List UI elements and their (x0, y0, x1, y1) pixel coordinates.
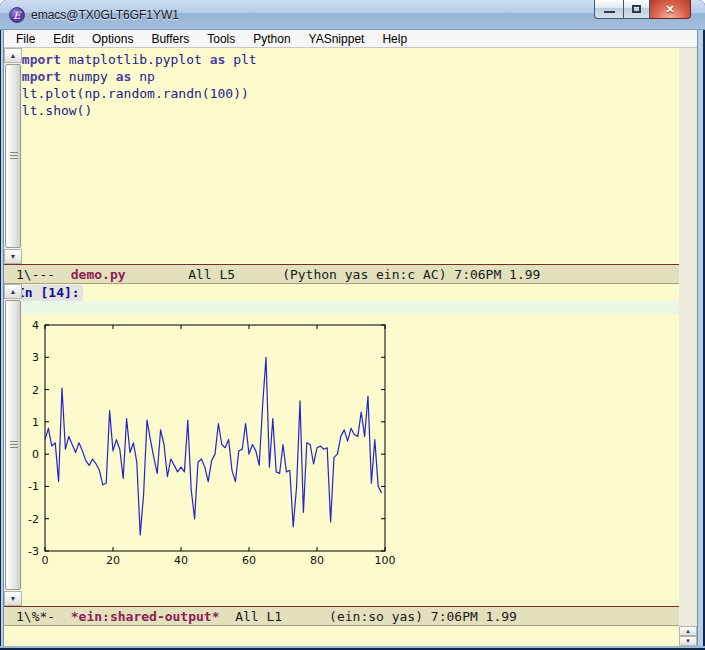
editor-pane-demo-py[interactable]: import matplotlib.pyplot as pltimport nu… (4, 48, 679, 264)
svg-text:1: 1 (32, 416, 39, 429)
close-icon: ✕ (665, 3, 674, 16)
svg-text:-3: -3 (28, 545, 39, 558)
menu-file[interactable]: File (14, 31, 37, 47)
scroll-down-icon[interactable]: ▼ (4, 591, 22, 606)
thumb-grip-icon (10, 152, 18, 159)
caption-buttons: ✕ (594, 0, 691, 19)
svg-text:3: 3 (32, 351, 39, 364)
scrollbar-thumb[interactable] (5, 64, 21, 248)
modeline1-status: All L5 (Python yas ein:c AC) 7:06PM 1.99 (126, 267, 541, 282)
menubar: File Edit Options Buffers Tools Python Y… (1, 30, 704, 48)
scroll-down-icon[interactable]: ▼ (679, 636, 697, 646)
minibuffer[interactable] (4, 626, 679, 646)
modeline2-buffer-name[interactable]: *ein:shared-output* (71, 609, 220, 624)
emacs-icon: E (9, 7, 25, 23)
menu-python[interactable]: Python (251, 31, 292, 47)
matplotlib-figure: 020406080100-3-2-101234 (8, 314, 438, 574)
svg-text:80: 80 (310, 554, 324, 567)
scroll-down-icon[interactable]: ▼ (4, 249, 22, 264)
code-lines: import matplotlib.pyplot as pltimport nu… (14, 51, 257, 119)
menu-options[interactable]: Options (90, 31, 135, 47)
window-frame-right (697, 30, 705, 646)
svg-text:2: 2 (32, 384, 39, 397)
minibuffer-scrollbar[interactable]: ▲ ▼ (679, 626, 697, 646)
editor-scrollbar[interactable]: ▲ ▼ (4, 48, 22, 264)
menu-buffers[interactable]: Buffers (149, 31, 191, 47)
menu-edit[interactable]: Edit (51, 31, 76, 47)
svg-text:60: 60 (242, 554, 256, 567)
svg-text:0: 0 (32, 448, 39, 461)
menu-yasnippet[interactable]: YASnippet (307, 31, 367, 47)
scroll-up-icon[interactable]: ▲ (679, 626, 697, 636)
minimize-button[interactable] (594, 0, 623, 19)
modeline-demo-py: 1\--- demo.py All L5 (Python yas ein:c A… (4, 264, 679, 284)
svg-text:-2: -2 (28, 513, 39, 526)
window-frame-left (0, 30, 4, 646)
modeline2-status: All L1 (ein:so yas) 7:06PM 1.99 (220, 609, 517, 624)
modeline1-flags: 1\--- (16, 267, 71, 282)
svg-text:0: 0 (42, 554, 49, 567)
minimize-icon (604, 11, 615, 13)
window-title: emacs@TX0GLT6GF1YW1 (31, 8, 179, 22)
thumb-grip-icon (10, 441, 18, 448)
svg-text:4: 4 (32, 319, 39, 332)
restore-icon (632, 5, 641, 13)
svg-text:40: 40 (174, 554, 188, 567)
scrollbar-thumb[interactable] (5, 300, 21, 590)
titlebar[interactable]: E emacs@TX0GLT6GF1YW1 ✕ (0, 0, 705, 30)
restore-button[interactable] (623, 0, 650, 19)
output-pane-shared-output[interactable]: In [14]: 020406080100-3-2-101234 (4, 284, 679, 606)
scrollbar-column (679, 48, 697, 646)
output-scrollbar[interactable]: ▲ ▼ (4, 284, 22, 606)
scroll-up-icon[interactable]: ▲ (4, 284, 22, 299)
menu-help[interactable]: Help (380, 31, 409, 47)
modeline-shared-output: 1\%*- *ein:shared-output* All L1 (ein:so… (4, 606, 679, 626)
modeline1-buffer-name[interactable]: demo.py (71, 267, 126, 282)
svg-text:-1: -1 (28, 480, 39, 493)
emacs-window: E emacs@TX0GLT6GF1YW1 ✕ File Edit Option… (0, 0, 705, 650)
menu-tools[interactable]: Tools (205, 31, 237, 47)
close-button[interactable]: ✕ (650, 0, 691, 19)
svg-text:20: 20 (106, 554, 120, 567)
svg-text:100: 100 (375, 554, 396, 567)
window-frame-bottom (0, 646, 705, 650)
modeline2-flags: 1\%*- (16, 609, 71, 624)
scroll-up-icon[interactable]: ▲ (4, 48, 22, 63)
client-area: import matplotlib.pyplot as pltimport nu… (4, 48, 697, 646)
ein-input-prompt: In [14]: (14, 285, 83, 301)
ein-cell-band (12, 301, 679, 314)
